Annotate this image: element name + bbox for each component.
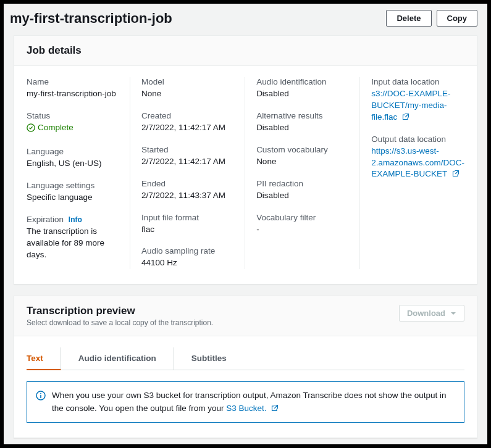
job-details-panel: Job details Name my-first-transcription-… (14, 35, 477, 284)
name-value: my-first-transcription-job (27, 88, 119, 100)
page-title: my-first-transcription-job (10, 10, 172, 27)
transcription-preview-panel: Transcription preview Select download to… (14, 296, 477, 438)
language-settings-value: Specific language (27, 192, 119, 204)
started-label: Started (141, 145, 233, 154)
job-details-title: Job details (27, 44, 464, 57)
language-settings-label: Language settings (27, 181, 119, 190)
name-label: Name (27, 77, 119, 86)
preview-subtitle: Select download to save a local copy of … (27, 318, 213, 327)
alt-results-label: Alternative results (256, 111, 348, 120)
custom-vocab-value: None (256, 156, 348, 168)
pii-redaction-value: Disabled (256, 190, 348, 202)
svg-rect-3 (40, 395, 41, 398)
model-value: None (141, 88, 233, 100)
ended-value: 2/7/2022, 11:43:37 AM (141, 190, 233, 202)
expiration-value: The transcription is available for 89 mo… (27, 226, 119, 261)
tab-text[interactable]: Text (27, 347, 61, 370)
pii-redaction-label: PII redaction (256, 179, 348, 188)
input-location-link[interactable]: s3://DOC-EXAMPLE-BUCKET/my-media-file.fl… (371, 89, 450, 122)
delete-button[interactable]: Delete (386, 10, 431, 27)
language-value: English, US (en-US) (27, 158, 119, 170)
status-value: Complete (27, 122, 73, 134)
input-location-label: Input data location (371, 77, 464, 86)
started-value: 2/7/2022, 11:42:17 AM (141, 156, 233, 168)
svg-point-2 (40, 393, 41, 394)
tab-audio-identification[interactable]: Audio identification (78, 347, 174, 370)
created-value: 2/7/2022, 11:42:17 AM (141, 122, 233, 134)
caret-down-icon (450, 310, 456, 317)
output-location-link[interactable]: https://s3.us-west-2.amazonaws.com/DOC-E… (371, 146, 464, 179)
preview-title: Transcription preview (27, 305, 213, 317)
input-format-value: flac (141, 224, 233, 236)
copy-button[interactable]: Copy (437, 10, 478, 27)
expiration-label: Expiration Info (27, 215, 119, 224)
custom-vocab-label: Custom vocabulary (256, 145, 348, 154)
check-circle-icon (27, 123, 35, 132)
external-link-icon (271, 404, 279, 412)
s3-bucket-link[interactable]: S3 Bucket. (226, 404, 279, 413)
language-label: Language (27, 147, 119, 156)
s3-output-alert: When you use your own S3 bucket for tran… (27, 381, 464, 423)
vocab-filter-value: - (256, 224, 348, 236)
model-label: Model (141, 77, 233, 86)
input-format-label: Input file format (141, 213, 233, 222)
alt-results-value: Disabled (256, 122, 348, 134)
download-button[interactable]: Download (399, 305, 464, 321)
ended-label: Ended (141, 179, 233, 188)
created-label: Created (141, 111, 233, 120)
sampling-rate-value: 44100 Hz (141, 257, 233, 269)
audio-id-value: Disabled (256, 88, 348, 100)
external-link-icon (402, 113, 409, 120)
output-location-label: Output data location (371, 135, 464, 144)
external-link-icon (452, 170, 460, 177)
audio-id-label: Audio identification (256, 77, 348, 86)
info-icon (36, 391, 46, 415)
sampling-rate-label: Audio sampling rate (141, 246, 233, 255)
expiration-info-link[interactable]: Info (69, 215, 82, 224)
vocab-filter-label: Vocabulary filter (256, 213, 348, 222)
preview-tabs: Text Audio identification Subtitles (27, 347, 464, 370)
tab-subtitles[interactable]: Subtitles (191, 347, 244, 370)
status-label: Status (27, 111, 119, 120)
